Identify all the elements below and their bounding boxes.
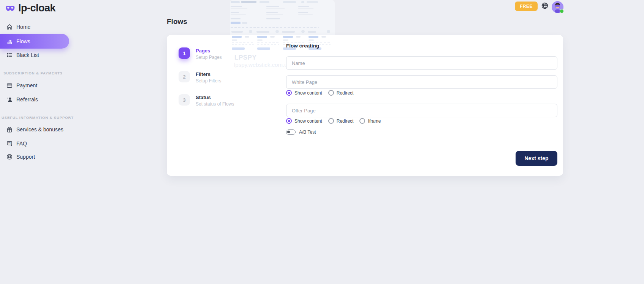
home-icon — [6, 24, 13, 30]
next-step-button[interactable]: Next step — [516, 151, 557, 166]
radio-selected-icon[interactable] — [286, 118, 292, 124]
brand-logo[interactable]: lp-cloak — [5, 2, 55, 14]
white-page-mode-radios: Show content Redirect — [286, 90, 353, 96]
step-title: Filters — [196, 71, 221, 77]
sidebar-item-flows[interactable]: Flows — [0, 34, 69, 49]
sidebar-item-black-list[interactable]: Black List — [0, 49, 69, 62]
radio-icon[interactable] — [328, 90, 334, 96]
name-input[interactable] — [286, 56, 557, 70]
offer-page-iframe-option[interactable]: Iframe — [359, 118, 381, 124]
step-number: 1 — [179, 47, 190, 59]
ghost-preview — [230, 0, 335, 35]
toggle-knob — [287, 131, 290, 133]
ghost-preview-url: lpspy.webstick.com.ua — [234, 62, 291, 68]
step-number: 2 — [179, 71, 190, 82]
ab-test-label: A/B Test — [299, 129, 316, 135]
online-status-dot — [560, 9, 564, 13]
sidebar-item-support[interactable]: Support — [0, 150, 69, 163]
sidebar-item-faq[interactable]: ?! FAQ — [0, 137, 69, 150]
app-root: lp-cloak Home Flows Black List SUBSCRIPT… — [0, 0, 644, 284]
step-pages[interactable]: 1 Pages Setup Pages — [179, 47, 222, 60]
lifebuoy-icon — [6, 153, 13, 160]
radio-icon[interactable] — [328, 118, 334, 124]
flows-icon — [6, 38, 13, 45]
credit-card-icon — [6, 82, 13, 89]
sidebar-item-label: Flows — [16, 38, 30, 44]
sidebar-section-subscription: SUBSCRIPTION & PAYMENTS — [0, 70, 69, 76]
svg-text:?!: ?! — [8, 142, 10, 144]
step-title: Status — [196, 94, 234, 100]
brand-name: lp-cloak — [18, 2, 55, 14]
panel-divider — [274, 35, 274, 176]
referrals-icon — [6, 96, 13, 103]
step-subtitle: Set status of Flows — [196, 101, 234, 107]
sidebar-item-label: Referrals — [16, 96, 38, 103]
step-title: Pages — [196, 47, 222, 54]
offer-page-show-content-option[interactable]: Show content — [286, 118, 322, 124]
page-title: Flows — [167, 17, 187, 26]
step-subtitle: Setup Pages — [196, 55, 222, 60]
radio-selected-icon[interactable] — [286, 90, 292, 96]
ab-test-toggle-row: A/B Test — [286, 129, 316, 135]
globe-icon[interactable] — [541, 2, 549, 9]
white-page-input[interactable] — [286, 75, 557, 89]
sidebar-item-payment[interactable]: Payment — [0, 79, 69, 92]
offer-page-redirect-option[interactable]: Redirect — [328, 118, 354, 124]
form-title: Flow creating — [286, 43, 319, 49]
sidebar-item-label: FAQ — [16, 140, 27, 147]
sidebar-item-label: Payment — [16, 82, 37, 88]
white-page-show-content-option[interactable]: Show content — [286, 90, 322, 96]
offer-page-mode-radios: Show content Redirect Iframe — [286, 118, 381, 124]
faq-icon: ?! — [6, 140, 13, 147]
offer-page-input[interactable] — [286, 104, 557, 117]
ghost-preview-title: LPSPY — [234, 54, 256, 62]
sidebar-item-services[interactable]: Services & bonuses — [0, 123, 69, 136]
gift-icon — [6, 126, 13, 133]
step-subtitle: Setup Filters — [196, 78, 221, 84]
sidebar-item-label: Home — [16, 24, 30, 30]
flow-creation-card: LPSPY lpspy.webstick.com.ua 1 Pages Setu… — [167, 35, 563, 176]
step-number: 3 — [179, 94, 190, 106]
mask-icon — [5, 5, 15, 12]
white-page-redirect-option[interactable]: Redirect — [328, 90, 354, 96]
sidebar-item-label: Black List — [16, 52, 39, 58]
sidebar-item-referrals[interactable]: Referrals — [0, 93, 69, 106]
sidebar-item-home[interactable]: Home — [0, 21, 69, 33]
step-filters[interactable]: 2 Filters Setup Filters — [179, 71, 221, 84]
step-status[interactable]: 3 Status Set status of Flows — [179, 94, 234, 107]
ab-test-toggle[interactable] — [286, 129, 296, 135]
black-list-icon — [6, 52, 13, 58]
sidebar-item-label: Support — [16, 154, 35, 160]
radio-icon[interactable] — [359, 118, 365, 124]
sidebar-item-label: Services & bonuses — [16, 126, 63, 133]
sidebar-section-support: USEFUL INFORMATION & SUPPORT — [0, 115, 69, 120]
plan-badge-button[interactable]: FREE — [515, 2, 538, 11]
